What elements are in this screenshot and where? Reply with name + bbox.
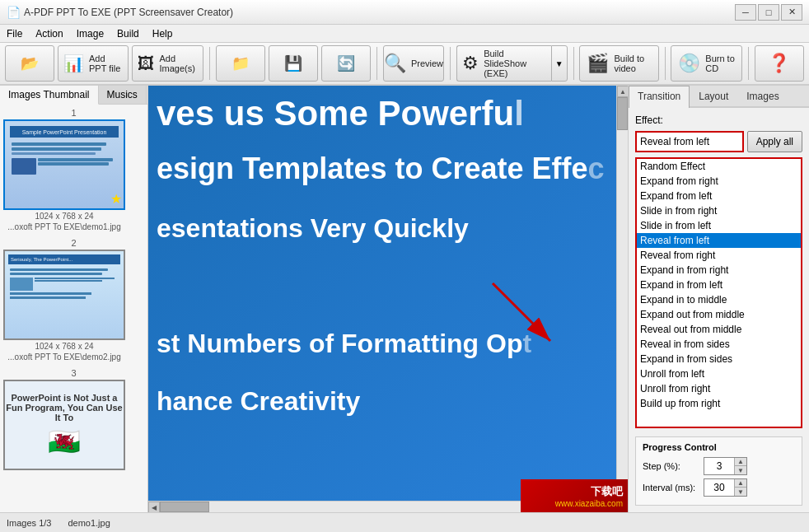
thumbnail-item-3[interactable]: 3 PowerPoint is Not Just a Fun Program, … — [3, 368, 144, 470]
menu-image[interactable]: Image — [70, 26, 110, 41]
preview-button[interactable]: 🔍 Preview — [383, 45, 445, 82]
preview-line-5: hance Creativity — [157, 386, 360, 417]
build-video-icon: 🎬 — [587, 53, 609, 74]
minimize-button[interactable]: ─ — [735, 4, 756, 21]
save-button[interactable]: 💾 — [269, 45, 318, 82]
menu-help[interactable]: Help — [146, 26, 180, 41]
effect-item-unroll-left[interactable]: Unroll from left — [637, 366, 801, 381]
effect-item-slide-left[interactable]: Slide in from left — [637, 218, 801, 233]
thumbnail-item-2[interactable]: 2 Seriously, The PowerPoint... — [3, 238, 144, 362]
window-title: A-PDF PPT To EXE (PPT Screensaver Creato… — [24, 7, 735, 18]
effect-item-reveal-out-middle[interactable]: Reveal out from middle — [637, 322, 801, 337]
interval-decrement-button[interactable]: ▼ — [735, 488, 746, 496]
build-exe-label: Build SlideShow (EXE) — [484, 49, 546, 78]
add-image-button[interactable]: 🖼 Add Image(s) — [132, 45, 203, 82]
preview-line-3: esentations Very Quickly — [157, 213, 469, 244]
right-panel: Transition Layout Images Effect: Apply a… — [628, 86, 809, 512]
panel-tabs: Images Thumbnail Musics — [0, 86, 147, 105]
scroll-up-arrow[interactable]: ▲ — [617, 86, 628, 97]
build-exe-split-button: ⚙ Build SlideShow (EXE) ▼ — [456, 45, 568, 82]
thumb-image-3[interactable]: PowerPoint is Not Just a Fun Program, Yo… — [3, 380, 125, 470]
effect-item-expand-in-right[interactable]: Expand in from right — [637, 263, 801, 278]
menu-action[interactable]: Action — [29, 26, 69, 41]
thumbnail-item-1[interactable]: 1 Sample PowerPoint Presentation — [3, 108, 144, 231]
tab-images-thumbnail[interactable]: Images Thumbnail — [0, 86, 99, 105]
left-panel: Images Thumbnail Musics 1 Sample PowerPo… — [0, 86, 148, 512]
thumb-path-2: ...oxoft PPT To EXE\demo2.jpg — [3, 352, 125, 362]
open-icon: 📂 — [21, 54, 39, 72]
build-exe-button[interactable]: ⚙ Build SlideShow (EXE) — [456, 45, 551, 82]
thumb3-content: PowerPoint is Not Just a Fun Program, Yo… — [5, 393, 124, 457]
help-button[interactable]: ❓ — [755, 45, 804, 82]
step-row: Step (%): ▲ ▼ — [643, 457, 795, 475]
thumb1-title: Sample PowerPoint Presentation — [22, 129, 107, 135]
scroll-thumb-h[interactable] — [160, 502, 209, 512]
center-panel: ves us Some Powerful esign Templates to … — [148, 86, 628, 512]
interval-spinner: ▲ ▼ — [704, 478, 747, 497]
maximize-button[interactable]: □ — [758, 4, 779, 21]
step-input[interactable] — [704, 458, 734, 474]
thumb-number-1: 1 — [3, 108, 144, 118]
effect-item-reveal-left[interactable]: Reveal from left — [637, 233, 801, 248]
toolbar: 📂 📊 Add PPT file 🖼 Add Image(s) 📁 💾 🔄 🔍 … — [0, 43, 809, 86]
add-ppt-button[interactable]: 📊 Add PPT file — [58, 45, 129, 82]
thumb-image-1[interactable]: Sample PowerPoint Presentation — [3, 119, 125, 210]
toolbar-sep-4 — [573, 47, 574, 80]
effect-select-wrapper — [635, 131, 744, 152]
preview-line-2: esign Templates to Create Effec — [157, 152, 605, 186]
title-bar: 📄 A-PDF PPT To EXE (PPT Screensaver Crea… — [0, 0, 809, 25]
effect-item-expand-in-middle[interactable]: Expand in to middle — [637, 292, 801, 307]
effect-item-expand-in-left[interactable]: Expand in from left — [637, 278, 801, 292]
tab-images[interactable]: Images — [737, 86, 788, 106]
interval-label: Interval (ms): — [643, 483, 700, 492]
add-image-label: Add Image(s) — [159, 54, 198, 73]
build-video-button[interactable]: 🎬 Build to video — [579, 45, 658, 82]
effect-item-expand-left[interactable]: Expand from left — [637, 189, 801, 203]
interval-increment-button[interactable]: ▲ — [735, 479, 746, 488]
refresh-button[interactable]: 🔄 — [321, 45, 371, 82]
effect-row: Apply all — [635, 131, 802, 152]
effect-item-reveal-right[interactable]: Reveal from right — [637, 248, 801, 263]
progress-control-section: Progress Control Step (%): ▲ ▼ Interval … — [635, 436, 802, 506]
build-exe-dropdown[interactable]: ▼ — [551, 45, 568, 82]
thumb-number-2: 2 — [3, 238, 144, 248]
burn-cd-button[interactable]: 💿 Burn to CD — [671, 45, 742, 82]
preview-scrollbar-v[interactable]: ▲ ▼ — [616, 86, 628, 501]
effect-item-random[interactable]: Random Effect — [637, 159, 801, 174]
tab-layout[interactable]: Layout — [690, 86, 737, 106]
preview-icon: 🔍 — [384, 53, 406, 74]
effect-item-build-up-right[interactable]: Build up from right — [637, 396, 801, 411]
tab-musics[interactable]: Musics — [99, 86, 147, 104]
step-increment-button[interactable]: ▲ — [735, 458, 746, 466]
toolbar-sep-3 — [450, 47, 451, 80]
effect-item-slide-right[interactable]: Slide in from right — [637, 203, 801, 218]
effect-item-expand-in-sides[interactable]: Expand in from sides — [637, 352, 801, 366]
open-button[interactable]: 📂 — [5, 45, 54, 82]
interval-input[interactable] — [704, 479, 734, 496]
effect-item-unroll-right[interactable]: Unroll from right — [637, 381, 801, 396]
effect-item-expand-out-middle[interactable]: Expand out from middle — [637, 307, 801, 322]
step-spin-buttons: ▲ ▼ — [734, 458, 746, 474]
build-exe-icon: ⚙ — [462, 53, 479, 74]
step-decrement-button[interactable]: ▼ — [735, 466, 746, 474]
scroll-left-arrow[interactable]: ◀ — [148, 502, 160, 512]
thumb2-title: Seriously, The PowerPoint... — [11, 257, 72, 262]
effect-current-input[interactable] — [637, 133, 742, 151]
watermark: 下载吧 www.xiazaiba.com — [521, 479, 628, 512]
toolbar-sep-2 — [376, 47, 377, 80]
folder-button[interactable]: 📁 — [216, 45, 265, 82]
scroll-thumb-v[interactable] — [617, 97, 628, 130]
apply-all-button[interactable]: Apply all — [747, 131, 802, 152]
close-button[interactable]: ✕ — [781, 4, 802, 21]
thumb-image-2[interactable]: Seriously, The PowerPoint... — [3, 250, 125, 340]
effect-item-expand-right[interactable]: Expand from right — [637, 174, 801, 189]
thumb-number-3: 3 — [3, 368, 144, 378]
main-area: Images Thumbnail Musics 1 Sample PowerPo… — [0, 86, 809, 512]
watermark-text-2: www.xiazaiba.com — [555, 499, 623, 508]
progress-control-title: Progress Control — [643, 442, 795, 452]
menu-build[interactable]: Build — [110, 26, 146, 41]
menu-file[interactable]: File — [0, 26, 29, 41]
tab-transition[interactable]: Transition — [629, 86, 690, 108]
folder-icon: 📁 — [231, 54, 250, 72]
effect-item-reveal-in-sides[interactable]: Reveal in from sides — [637, 337, 801, 352]
